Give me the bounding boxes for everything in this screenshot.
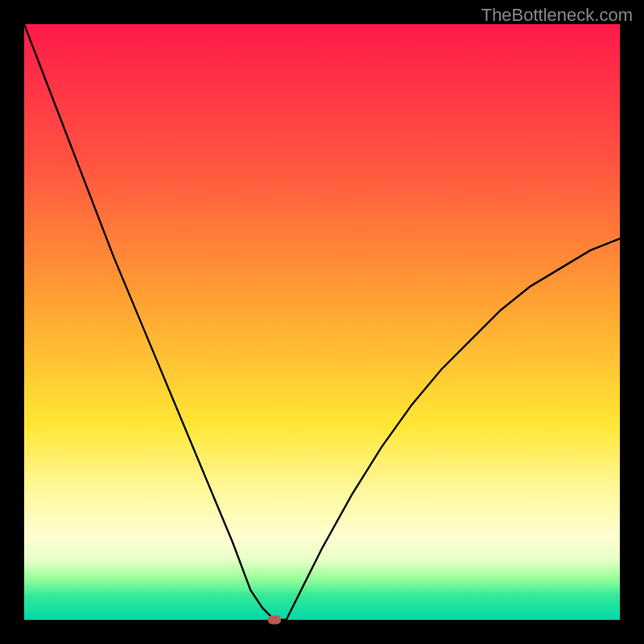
plot-area	[24, 24, 620, 620]
watermark-text: TheBottleneck.com	[481, 5, 633, 26]
optimal-point-marker	[268, 616, 281, 625]
bottleneck-curve	[24, 24, 620, 620]
